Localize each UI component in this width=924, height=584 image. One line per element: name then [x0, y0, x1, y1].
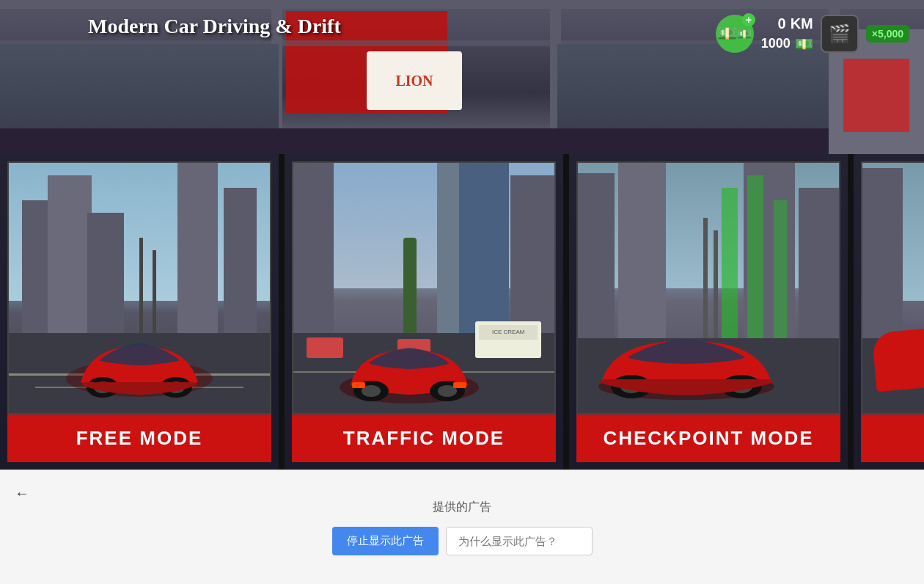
checkpoint-mode-label[interactable]: CHECKPOINT MODE — [576, 415, 840, 462]
divider-3 — [848, 154, 854, 470]
cash-icon: 💵 — [795, 35, 813, 53]
add-money-button[interactable]: 💵 + — [716, 15, 754, 53]
stop-ad-button[interactable]: 停止显示此广告 — [332, 527, 439, 555]
ad-why-input[interactable] — [446, 527, 593, 555]
checkpoint-mode-car — [591, 322, 782, 403]
traffic-mode-image: ICE CREAM — [292, 161, 556, 415]
cash-amount: 1000 — [761, 36, 791, 51]
distance-value: 0 — [778, 15, 786, 32]
checkpoint-mode-scene — [578, 163, 839, 413]
mode-selection-area: FREE MODE — [0, 154, 924, 470]
traffic-mode-car — [336, 332, 483, 406]
fourth-mode-scene — [862, 163, 924, 413]
distance-display: 0 KM — [778, 15, 813, 32]
checkpoint-mode-image — [576, 161, 840, 415]
free-mode-scene — [9, 163, 270, 413]
fourth-mode-card[interactable] — [854, 154, 924, 470]
svg-rect-10 — [352, 382, 365, 388]
cash-display: 1000 💵 — [761, 35, 813, 53]
free-mode-label[interactable]: FREE MODE — [7, 415, 271, 462]
game-area: LION Modern Car Driving & Drift 💵 + 0 KM… — [0, 0, 924, 154]
svg-rect-11 — [453, 382, 466, 388]
ad-buttons-row: 停止显示此广告 — [332, 527, 593, 555]
divider-2 — [563, 154, 569, 470]
traffic-mode-card[interactable]: ICE CREAM — [285, 154, 563, 470]
cards-container: FREE MODE — [0, 154, 924, 470]
free-mode-card[interactable]: FREE MODE — [0, 154, 279, 470]
video-icon: 🎬 — [829, 23, 851, 44]
traffic-mode-scene: ICE CREAM — [293, 163, 554, 413]
free-mode-car — [59, 327, 220, 401]
hud: 💵 + 0 KM 1000 💵 🎬 ×5,000 — [716, 15, 909, 53]
hud-stats: 0 KM 1000 💵 — [761, 15, 813, 53]
free-mode-image — [7, 161, 271, 415]
divider-1 — [279, 154, 285, 470]
ad-label: 提供的广告 — [433, 500, 491, 515]
money-icon: 💵 — [737, 27, 752, 41]
fourth-mode-image — [861, 161, 924, 415]
ad-area: ← 提供的广告 停止显示此广告 — [0, 470, 924, 584]
traffic-mode-label[interactable]: TRAFFIC MODE — [292, 415, 556, 462]
bonus-badge: ×5,000 — [866, 25, 909, 43]
distance-unit: KM — [791, 15, 813, 32]
video-ad-button[interactable]: 🎬 — [821, 15, 859, 53]
fourth-mode-label[interactable] — [861, 415, 924, 462]
ad-back-button[interactable]: ← — [15, 485, 29, 502]
game-title: Modern Car Driving & Drift — [88, 15, 341, 38]
checkpoint-mode-card[interactable]: CHECKPOINT MODE — [569, 154, 848, 470]
plus-icon: + — [742, 13, 755, 26]
